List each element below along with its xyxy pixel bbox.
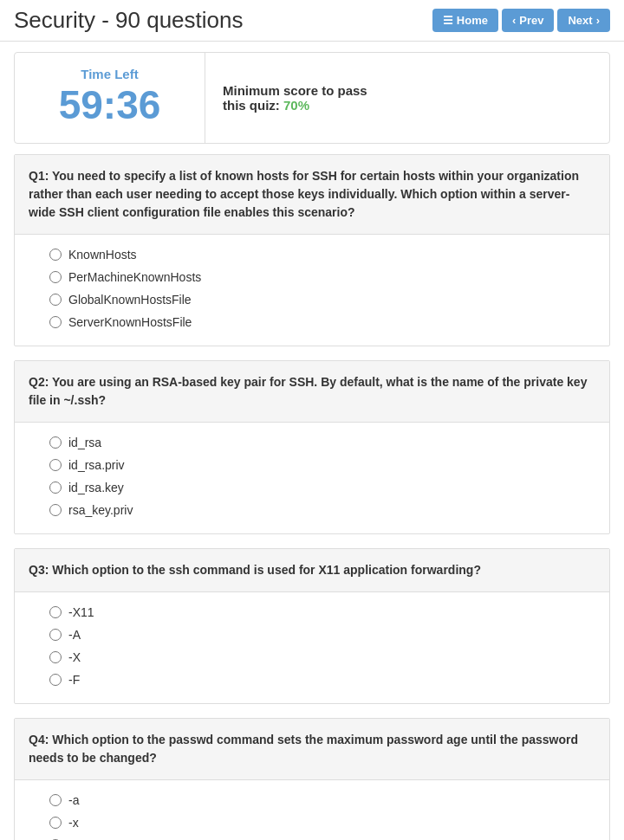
question-text-2: Q2: You are using an RSA-based key pair … [15, 361, 609, 423]
option-radio-4-2[interactable] [49, 817, 62, 829]
question-block-3: Q3: Which option to the ssh command is u… [14, 548, 610, 704]
option-label: id_rsa.priv [68, 458, 125, 472]
option-label: id_rsa.key [68, 481, 124, 494]
option-radio-2-1[interactable] [49, 436, 62, 449]
option-label: -A [68, 628, 81, 642]
option-radio-4-1[interactable] [49, 794, 62, 806]
chevron-right-icon: › [596, 14, 600, 27]
question-block-2: Q2: You are using an RSA-based key pair … [14, 360, 610, 534]
timer-box: Time Left 59:36 [15, 53, 205, 143]
menu-icon: ☰ [443, 14, 453, 27]
options-list-3: -X11-A-X-F [15, 592, 609, 703]
prev-button[interactable]: ‹ Prev [502, 9, 555, 32]
options-list-1: KnownHostsPerMachineKnownHostsGlobalKnow… [15, 235, 609, 346]
option-item[interactable]: ServerKnownHostsFile [49, 311, 595, 333]
question-block-4: Q4: Which option to the passwd command s… [14, 718, 610, 840]
home-button[interactable]: ☰ Home [432, 9, 498, 32]
option-label: -x [68, 816, 79, 830]
options-list-2: id_rsaid_rsa.privid_rsa.keyrsa_key.priv [15, 423, 609, 533]
options-list-4: -a-x-l-f [15, 780, 609, 840]
option-radio-1-4[interactable] [49, 316, 62, 328]
option-label: -X [68, 650, 81, 664]
option-label: id_rsa [68, 436, 101, 449]
info-section: Time Left 59:36 Minimum score to pass th… [14, 52, 610, 144]
score-box: Minimum score to pass this quiz: 70% [205, 53, 609, 143]
option-radio-3-3[interactable] [49, 651, 62, 663]
option-item[interactable]: id_rsa [49, 431, 595, 454]
option-item[interactable]: -X [49, 646, 595, 669]
option-radio-1-2[interactable] [49, 271, 62, 283]
option-label: -a [68, 793, 79, 807]
option-item[interactable]: id_rsa.key [49, 476, 595, 499]
option-item[interactable]: -a [49, 789, 595, 811]
option-radio-2-2[interactable] [49, 459, 62, 471]
option-label: KnownHosts [68, 248, 137, 262]
question-block-1: Q1: You need to specify a list of known … [14, 154, 610, 346]
option-item[interactable]: GlobalKnownHostsFile [49, 288, 595, 311]
option-item[interactable]: -x [49, 811, 595, 834]
option-label: GlobalKnownHostsFile [68, 293, 192, 307]
option-item[interactable]: -l [49, 834, 595, 840]
option-radio-1-1[interactable] [49, 249, 62, 261]
option-radio-3-2[interactable] [49, 629, 62, 641]
option-radio-1-3[interactable] [49, 294, 62, 306]
score-label: Minimum score to pass this quiz: 70% [223, 83, 592, 113]
page-header: Security - 90 questions ☰ Home ‹ Prev Ne… [0, 0, 624, 42]
question-text-3: Q3: Which option to the ssh command is u… [15, 549, 609, 592]
questions-container: Q1: You need to specify a list of known … [14, 154, 610, 840]
option-item[interactable]: -X11 [49, 601, 595, 624]
option-item[interactable]: KnownHosts [49, 243, 595, 266]
option-label: PerMachineKnownHosts [68, 270, 201, 284]
option-radio-2-3[interactable] [49, 481, 62, 494]
option-radio-3-1[interactable] [49, 606, 62, 618]
score-percentage: 70% [283, 98, 309, 113]
question-text-4: Q4: Which option to the passwd command s… [15, 719, 609, 780]
timer-value: 59:36 [29, 81, 191, 129]
option-label: -F [68, 673, 80, 687]
chevron-left-icon: ‹ [512, 14, 516, 27]
option-label: -X11 [68, 605, 94, 619]
timer-label: Time Left [29, 67, 191, 81]
option-label: rsa_key.priv [68, 503, 133, 517]
next-button[interactable]: Next › [557, 9, 610, 32]
option-item[interactable]: rsa_key.priv [49, 499, 595, 521]
option-item[interactable]: -A [49, 624, 595, 646]
nav-buttons: ☰ Home ‹ Prev Next › [432, 9, 610, 32]
option-radio-3-4[interactable] [49, 674, 62, 686]
page-title: Security - 90 questions [14, 7, 243, 34]
option-radio-2-4[interactable] [49, 504, 62, 516]
option-item[interactable]: -F [49, 669, 595, 691]
option-item[interactable]: id_rsa.priv [49, 454, 595, 476]
option-item[interactable]: PerMachineKnownHosts [49, 266, 595, 288]
option-label: ServerKnownHostsFile [68, 315, 192, 329]
question-text-1: Q1: You need to specify a list of known … [15, 155, 609, 235]
